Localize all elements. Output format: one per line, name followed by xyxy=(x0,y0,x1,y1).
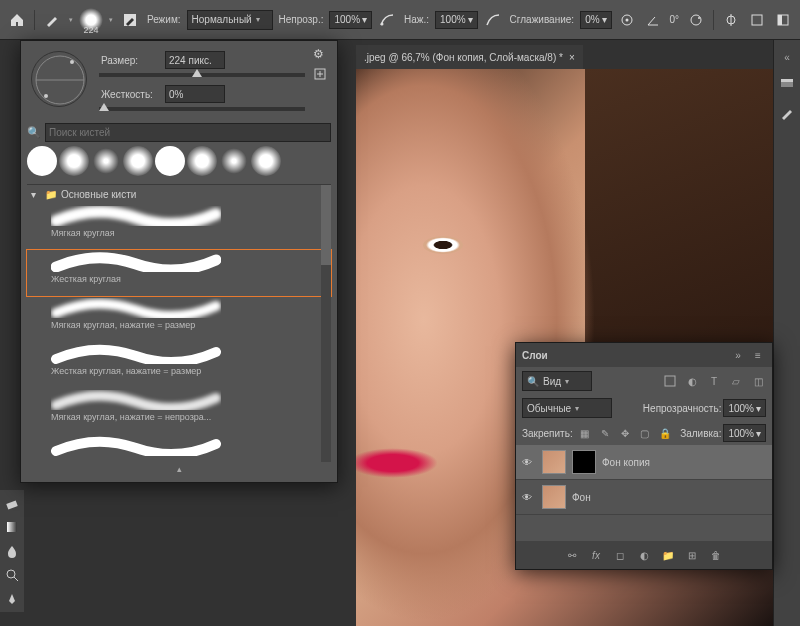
close-icon[interactable]: × xyxy=(569,52,575,63)
opacity-input[interactable]: 100%▾ xyxy=(329,11,372,29)
layer-name[interactable]: Фон копия xyxy=(602,457,650,468)
svg-point-5 xyxy=(698,17,700,19)
lock-transparency-icon[interactable]: ▦ xyxy=(577,425,593,441)
filter-adjust-icon[interactable]: ◐ xyxy=(684,373,700,389)
brush-item[interactable]: Мягкая круглая xyxy=(27,204,331,250)
layer-style-icon[interactable]: fx xyxy=(588,547,604,563)
brush-label: Мягкая круглая, нажатие = размер xyxy=(51,320,195,330)
hardness-slider[interactable] xyxy=(99,107,305,111)
smoothing-label: Сглаживание: xyxy=(510,14,575,25)
blur-tool-icon[interactable] xyxy=(1,540,23,562)
visibility-icon[interactable]: 👁 xyxy=(522,492,536,503)
brush-hardness-input[interactable] xyxy=(165,85,225,103)
collapse-icon[interactable]: » xyxy=(730,347,746,363)
layer-mask-thumbnail[interactable] xyxy=(572,450,596,474)
brush-swatch[interactable] xyxy=(59,146,89,176)
document-tab[interactable]: .jpeg @ 66,7% (Фон копия, Слой-маска/8) … xyxy=(356,45,583,69)
dodge-tool-icon[interactable] xyxy=(1,564,23,586)
gear-icon[interactable]: ⚙ xyxy=(313,47,331,61)
layer-name[interactable]: Фон xyxy=(572,492,591,503)
symmetry-icon[interactable] xyxy=(720,9,742,31)
brush-swatch[interactable] xyxy=(187,146,217,176)
tool-preset-icon[interactable] xyxy=(41,9,63,31)
svg-point-13 xyxy=(44,94,48,98)
brush-swatch[interactable] xyxy=(91,146,121,176)
layer-row[interactable]: 👁 Фон xyxy=(516,480,772,515)
document-title: .jpeg @ 66,7% (Фон копия, Слой-маска/8) … xyxy=(364,52,563,63)
pressure-opacity-icon[interactable] xyxy=(376,9,398,31)
layer-fill-input[interactable]: 100%▾ xyxy=(723,424,766,442)
airbrush-icon[interactable] xyxy=(482,9,504,31)
lock-position-icon[interactable]: ✥ xyxy=(617,425,633,441)
brush-item[interactable]: Жесткая круглая, нажатие = размер xyxy=(27,342,331,388)
layer-thumbnail[interactable] xyxy=(542,450,566,474)
blend-mode-dropdown[interactable]: Нормальный▾ xyxy=(187,10,273,30)
lock-artboard-icon[interactable]: ▢ xyxy=(637,425,653,441)
brush-item[interactable] xyxy=(27,434,331,462)
brush-panel-icon[interactable] xyxy=(776,102,798,124)
gradient-tool-icon[interactable] xyxy=(1,516,23,538)
brush-item[interactable]: Мягкая круглая, нажатие = непрозра... xyxy=(27,388,331,434)
resize-handle-icon[interactable]: ▴ xyxy=(27,462,331,476)
brush-item-selected[interactable]: Жесткая круглая xyxy=(27,250,331,296)
flow-input[interactable]: 100%▾ xyxy=(435,11,478,29)
new-preset-icon[interactable] xyxy=(313,67,331,81)
lock-paint-icon[interactable]: ✎ xyxy=(597,425,613,441)
svg-point-1 xyxy=(381,22,384,25)
filter-shape-icon[interactable]: ▱ xyxy=(728,373,744,389)
brush-size-input[interactable] xyxy=(165,51,225,69)
brush-swatch[interactable] xyxy=(219,146,249,176)
layer-opacity-input[interactable]: 100%▾ xyxy=(723,399,766,417)
svg-point-12 xyxy=(70,60,74,64)
svg-rect-7 xyxy=(752,15,762,25)
workspace-icon[interactable] xyxy=(772,9,794,31)
brush-search-input[interactable] xyxy=(45,123,331,142)
layer-thumbnail[interactable] xyxy=(542,485,566,509)
recent-brushes xyxy=(27,146,331,176)
group-icon[interactable]: 📁 xyxy=(660,547,676,563)
pen-tool-icon[interactable] xyxy=(1,588,23,610)
layer-blend-dropdown[interactable]: Обычные▾ xyxy=(522,398,612,418)
home-icon[interactable] xyxy=(6,9,28,31)
expand-panel-icon[interactable]: « xyxy=(776,46,798,68)
svg-point-4 xyxy=(691,15,701,25)
dropdown-chevron-icon[interactable]: ▾ xyxy=(107,9,115,31)
smoothing-input[interactable]: 0%▾ xyxy=(580,11,611,29)
layer-row-selected[interactable]: 👁 Фон копия xyxy=(516,445,772,480)
brush-swatch[interactable] xyxy=(251,146,281,176)
dropdown-chevron-icon[interactable]: ▾ xyxy=(67,9,75,31)
filter-type-icon[interactable]: T xyxy=(706,373,722,389)
lock-label: Закрепить: xyxy=(522,428,573,439)
filter-pixel-icon[interactable] xyxy=(662,373,678,389)
link-layers-icon[interactable]: ⚯ xyxy=(564,547,580,563)
pressure-size-icon[interactable] xyxy=(685,9,707,31)
angle-icon[interactable] xyxy=(642,9,664,31)
folder-icon: 📁 xyxy=(45,189,57,200)
brush-item[interactable]: Мягкая круглая, нажатие = размер xyxy=(27,296,331,342)
new-layer-icon[interactable]: ⊞ xyxy=(684,547,700,563)
lock-all-icon[interactable]: 🔒 xyxy=(657,425,673,441)
adjustment-layer-icon[interactable]: ◐ xyxy=(636,547,652,563)
delete-layer-icon[interactable]: 🗑 xyxy=(708,547,724,563)
brush-angle-preview[interactable] xyxy=(31,51,87,107)
share-icon[interactable] xyxy=(746,9,768,31)
svg-rect-15 xyxy=(665,376,675,386)
brush-swatch[interactable] xyxy=(123,146,153,176)
menu-icon[interactable]: ≡ xyxy=(750,347,766,363)
smoothing-options-icon[interactable] xyxy=(616,9,638,31)
layer-filter-dropdown[interactable]: 🔍 Вид▾ xyxy=(522,371,592,391)
brush-settings-icon[interactable] xyxy=(119,9,141,31)
brush-preview-thumb[interactable]: 224 xyxy=(79,8,103,32)
size-slider[interactable] xyxy=(99,73,305,77)
filter-smart-icon[interactable]: ◫ xyxy=(750,373,766,389)
brush-swatch[interactable] xyxy=(155,146,185,176)
eraser-tool-icon[interactable] xyxy=(1,492,23,514)
add-mask-icon[interactable]: ◻ xyxy=(612,547,628,563)
color-panel-icon[interactable] xyxy=(776,74,798,96)
left-toolbar xyxy=(0,490,24,612)
chevron-down-icon: ▾ xyxy=(31,189,41,200)
brush-list-scrollbar[interactable] xyxy=(321,185,331,462)
visibility-icon[interactable]: 👁 xyxy=(522,457,536,468)
brush-swatch[interactable] xyxy=(27,146,57,176)
brush-group-header[interactable]: ▾ 📁 Основные кисти xyxy=(27,185,331,204)
